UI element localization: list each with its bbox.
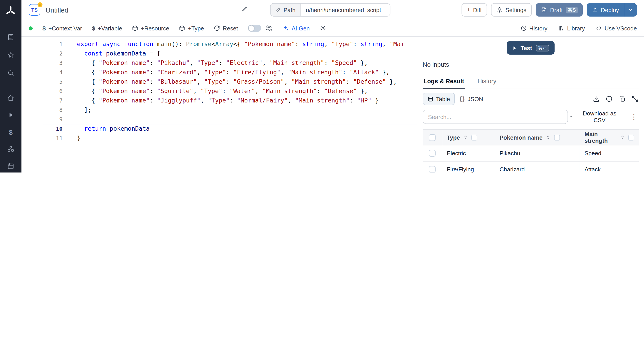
column-filter-checkbox[interactable]	[472, 134, 478, 140]
tab-logs-result[interactable]: Logs & Result	[422, 78, 465, 89]
expand-result-button[interactable]	[632, 95, 639, 103]
diff-button[interactable]: ± Diff	[462, 3, 487, 17]
deploy-button[interactable]: Deploy	[586, 3, 624, 17]
code-line[interactable]: 8 ];	[43, 105, 417, 115]
search-input[interactable]	[422, 110, 568, 124]
code-line[interactable]: 7 { "Pokemon name": "Jigglypuff", "Type"…	[43, 96, 417, 105]
download-result-button[interactable]	[592, 95, 600, 103]
row-checkbox[interactable]	[429, 150, 436, 157]
result-info-button[interactable]	[606, 95, 613, 103]
typescript-badge: TS	[28, 4, 40, 16]
download-csv-label: Download as CSV	[577, 110, 622, 124]
line-number: 11	[43, 133, 62, 143]
add-type-button[interactable]: +Type	[179, 25, 204, 32]
line-number: 4	[43, 68, 62, 77]
table-view-button[interactable]: Table	[422, 93, 455, 105]
table-cell: Charizard	[495, 162, 580, 173]
edit-path-button[interactable]: Path	[270, 4, 300, 16]
column-filter-checkbox[interactable]	[628, 134, 634, 140]
draft-button[interactable]: Draft ⌘S	[536, 3, 582, 17]
search-icon	[7, 69, 14, 77]
no-inputs-label: No inputs	[422, 61, 639, 68]
code-line[interactable]: 11}	[43, 133, 417, 143]
code-text: return pokemonData	[77, 124, 150, 133]
line-number: 10	[43, 124, 62, 133]
sidebar-item-resources[interactable]	[4, 142, 18, 156]
line-number: 1	[43, 39, 62, 49]
result-toolbar: Table {} JSON	[422, 93, 639, 105]
path-pill: Path u/henri/unencumbered_script	[270, 3, 390, 17]
sidebar-item-search[interactable]	[4, 66, 18, 80]
history-button[interactable]: History	[520, 25, 548, 32]
top-bar: TS Untitled Path u/henri/unencumbered_sc…	[22, 0, 644, 20]
library-button[interactable]: Library	[558, 25, 585, 32]
vscode-label: Use VScode	[604, 25, 637, 32]
add-resource-button[interactable]: +Resource	[132, 25, 169, 32]
play-icon	[512, 46, 517, 50]
table-row[interactable]: ElectricPikachuSpeed	[422, 145, 639, 162]
test-button[interactable]: Test ⌘↵	[507, 41, 554, 55]
settings-label: Settings	[505, 7, 526, 13]
code-line[interactable]: 1export async function main(): Promise<A…	[43, 39, 417, 49]
tab-history[interactable]: History	[477, 78, 497, 89]
code-line[interactable]: 6 { "Pokemon name": "Squirtle", "Type": …	[43, 86, 417, 96]
code-line[interactable]: 9	[43, 115, 417, 124]
gear-icon	[320, 25, 326, 31]
code-line[interactable]: 2 const pokemonData = [	[43, 49, 417, 58]
pencil-icon	[275, 7, 281, 13]
row-checkbox[interactable]	[429, 166, 436, 173]
code-text: { "Pokemon name": "Charizard", "Type": "…	[77, 68, 390, 77]
code-line[interactable]: 4 { "Pokemon name": "Charizard", "Type":…	[43, 68, 417, 77]
copy-result-button[interactable]	[618, 95, 626, 103]
sidebar-item-home[interactable]	[4, 91, 18, 105]
sidebar-item-runs[interactable]	[4, 108, 18, 122]
sidebar-item-calculator[interactable]	[4, 31, 18, 44]
add-context-var-button[interactable]: $ +Context Var	[42, 25, 82, 32]
table-body: ElectricPikachuSpeedFire/FlyingCharizard…	[422, 145, 639, 173]
add-resource-label: +Resource	[141, 25, 169, 32]
multiplayer-toggle[interactable]	[248, 25, 261, 32]
code-line[interactable]: 10 return pokemonData	[43, 124, 417, 133]
sort-icon[interactable]	[546, 135, 551, 140]
editor-settings-button[interactable]	[320, 25, 326, 31]
select-all-checkbox[interactable]	[429, 134, 436, 141]
star-icon	[7, 52, 14, 59]
json-view-label: JSON	[468, 96, 483, 102]
edit-summary-button[interactable]	[239, 5, 250, 13]
add-variable-button[interactable]: $ +Variable	[92, 25, 122, 32]
line-number: 8	[43, 105, 62, 115]
line-number: 5	[43, 77, 62, 86]
code-editor[interactable]: 1export async function main(): Promise<A…	[43, 37, 417, 173]
windmill-logo[interactable]	[5, 5, 16, 19]
reset-button[interactable]: Reset	[214, 25, 238, 32]
sort-icon[interactable]	[463, 135, 468, 140]
sidebar-item-schedules[interactable]	[4, 159, 18, 173]
clock-icon	[520, 25, 526, 31]
add-context-var-label: +Context Var	[48, 25, 82, 32]
sidebar: $	[0, 0, 22, 173]
column-filter-checkbox[interactable]	[554, 134, 560, 140]
chevron-down-icon	[628, 7, 633, 13]
download-csv-button[interactable]: Download as CSV	[568, 110, 622, 124]
ai-gen-button[interactable]: AI Gen	[283, 25, 310, 32]
expand-icon	[632, 95, 639, 103]
table-row[interactable]: Fire/FlyingCharizardAttack	[422, 162, 639, 173]
deploy-menu-button[interactable]	[624, 3, 637, 17]
code-line[interactable]: 5 { "Pokemon name": "Bulbasaur", "Type":…	[43, 77, 417, 86]
code-line[interactable]: 3 { "Pokemon name": "Pikachu", "Type": "…	[43, 58, 417, 68]
download-icon	[568, 114, 574, 120]
sidebar-item-variables[interactable]: $	[4, 125, 18, 139]
sort-icon[interactable]	[620, 135, 625, 140]
refresh-icon	[214, 25, 220, 31]
more-options-button[interactable]: ⋮	[629, 113, 639, 121]
path-value[interactable]: u/henri/unencumbered_script	[300, 4, 390, 16]
play-icon	[7, 111, 14, 119]
content-row: 1export async function main(): Promise<A…	[43, 37, 644, 173]
sidebar-item-favorites[interactable]	[4, 48, 18, 62]
code-lines: 1export async function main(): Promise<A…	[43, 39, 417, 143]
settings-button[interactable]: Settings	[491, 3, 532, 17]
boxes-icon	[7, 145, 14, 153]
json-view-button[interactable]: {} JSON	[455, 93, 487, 105]
diff-label: Diff	[473, 7, 482, 13]
vscode-button[interactable]: Use VScode	[596, 25, 637, 32]
